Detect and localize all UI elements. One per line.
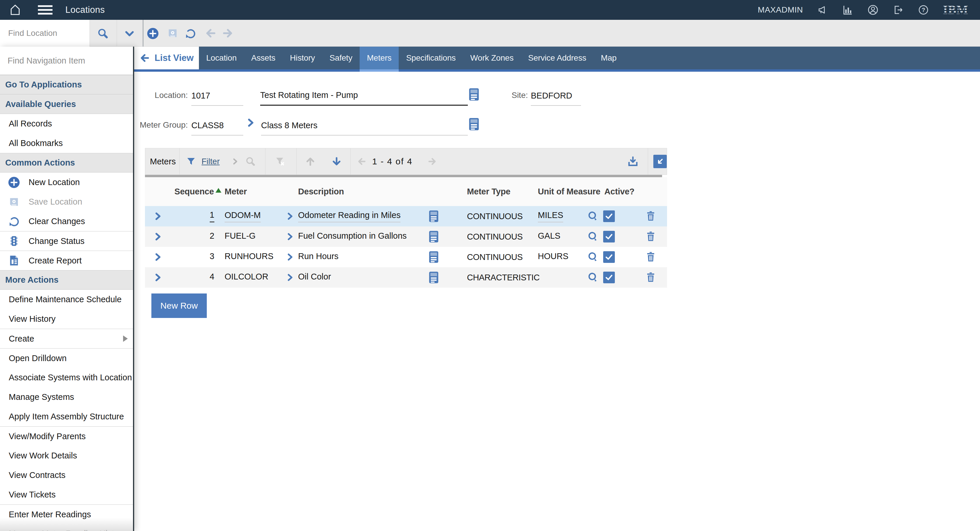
- long-description-icon[interactable]: [429, 267, 439, 288]
- active-checkbox[interactable]: [603, 267, 615, 288]
- tab-specifications[interactable]: Specifications: [399, 47, 463, 69]
- home-icon[interactable]: [9, 3, 22, 16]
- tab-safety[interactable]: Safety: [322, 47, 360, 69]
- unit-cell[interactable]: MILES: [538, 206, 590, 227]
- sidebar-item-new-location[interactable]: New Location: [0, 173, 133, 192]
- find-location-input[interactable]: [0, 20, 89, 47]
- sidebar-item-change-status[interactable]: Change Status: [0, 231, 133, 250]
- new-record-icon[interactable]: [147, 27, 159, 40]
- unit-cell[interactable]: HOURS: [538, 247, 590, 267]
- description-cell[interactable]: Odometer Reading in Miles: [298, 206, 426, 227]
- sequence-cell[interactable]: 1: [193, 206, 215, 227]
- chevron-down-icon[interactable]: [124, 29, 135, 39]
- search-icon[interactable]: [97, 27, 109, 40]
- long-description-icon[interactable]: [469, 117, 479, 131]
- tab-assets[interactable]: Assets: [244, 47, 283, 69]
- sidebar-item-view-contracts[interactable]: View Contracts: [0, 465, 133, 485]
- table-row[interactable]: 4 OILCOLOR Oil Color CHARACTERISTIC: [145, 267, 667, 288]
- location-field[interactable]: 1017: [191, 82, 243, 106]
- tab-service-address[interactable]: Service Address: [521, 47, 593, 69]
- description-cell[interactable]: Run Hours: [298, 247, 426, 267]
- filter-expand-icon[interactable]: [232, 148, 239, 174]
- sidebar-item-view-work-details[interactable]: View Work Details: [0, 446, 133, 465]
- active-checkbox[interactable]: [603, 247, 615, 267]
- active-checkbox[interactable]: [603, 206, 615, 227]
- sidebar-item-apply-item-assembly[interactable]: Apply Item Assembly Structure: [0, 407, 133, 426]
- chart-icon[interactable]: [842, 5, 853, 16]
- column-header-description[interactable]: Description: [298, 177, 344, 206]
- find-navigation-field[interactable]: [0, 47, 133, 75]
- tab-map[interactable]: Map: [593, 47, 624, 69]
- menu-icon[interactable]: [38, 5, 52, 14]
- select-value-icon[interactable]: [587, 206, 599, 227]
- delete-row-icon[interactable]: [646, 267, 656, 288]
- meter-detail-icon[interactable]: [286, 247, 294, 267]
- meter-cell[interactable]: RUNHOURS: [224, 247, 278, 267]
- detail-menu-icon[interactable]: [246, 117, 255, 129]
- sidebar-item-associate-systems[interactable]: Associate Systems with Location: [0, 368, 133, 387]
- sidebar-item-view-tickets[interactable]: View Tickets: [0, 485, 133, 504]
- meter-detail-icon[interactable]: [286, 227, 294, 247]
- clear-changes-icon[interactable]: [185, 27, 197, 40]
- sidebar-item-manage-systems[interactable]: Manage Systems: [0, 387, 133, 407]
- meter-cell[interactable]: ODOM-M: [224, 206, 278, 227]
- select-value-icon[interactable]: [587, 247, 599, 267]
- sidebar-item-manage-meter-reading-history[interactable]: Manage Meter Reading History: [0, 524, 133, 531]
- sidebar-item-create[interactable]: Create: [0, 329, 133, 348]
- unit-cell[interactable]: [538, 267, 590, 288]
- meter-cell[interactable]: OILCOLOR: [224, 267, 278, 288]
- tab-location[interactable]: Location: [199, 47, 244, 69]
- column-header-unit-of-measure[interactable]: Unit of Measure: [538, 177, 601, 206]
- sidebar-header-common-actions[interactable]: Common Actions: [0, 153, 133, 173]
- description-cell[interactable]: Oil Color: [298, 267, 426, 288]
- select-value-icon[interactable]: [587, 267, 599, 288]
- sidebar-item-all-records[interactable]: All Records: [0, 114, 133, 133]
- next-row-icon[interactable]: [331, 148, 342, 174]
- description-cell[interactable]: Fuel Consumption in Gallons: [298, 227, 426, 247]
- help-icon[interactable]: [918, 5, 929, 16]
- column-header-meter-type[interactable]: Meter Type: [467, 177, 511, 206]
- filter-icon[interactable]: [186, 148, 196, 174]
- sidebar-header-more-actions[interactable]: More Actions: [0, 270, 133, 290]
- sidebar-item-view-history[interactable]: View History: [0, 309, 133, 329]
- find-location-field[interactable]: [0, 20, 90, 47]
- sidebar-item-enter-meter-readings[interactable]: Enter Meter Readings: [0, 504, 133, 524]
- column-header-sequence[interactable]: Sequence: [174, 177, 221, 206]
- site-field[interactable]: BEDFORD: [531, 82, 581, 106]
- long-description-icon[interactable]: [429, 247, 439, 267]
- active-checkbox[interactable]: [603, 227, 615, 247]
- table-row[interactable]: 2 FUEL-G Fuel Consumption in Gallons CON…: [145, 227, 667, 247]
- sequence-cell[interactable]: 4: [193, 267, 215, 288]
- row-detail-icon[interactable]: [153, 247, 162, 267]
- unit-cell[interactable]: GALS: [538, 227, 590, 247]
- row-detail-icon[interactable]: [153, 227, 162, 247]
- sidebar-item-all-bookmarks[interactable]: All Bookmarks: [0, 133, 133, 153]
- table-row[interactable]: 3 RUNHOURS Run Hours CONTINUOUS HOURS: [145, 247, 667, 267]
- meter-detail-icon[interactable]: [286, 267, 294, 288]
- select-value-icon[interactable]: [587, 227, 599, 247]
- tab-work-zones[interactable]: Work Zones: [463, 47, 520, 69]
- sidebar-item-open-drilldown[interactable]: Open Drilldown: [0, 348, 133, 368]
- sequence-cell[interactable]: 2: [193, 227, 215, 247]
- sequence-cell[interactable]: 3: [193, 247, 215, 267]
- new-row-button[interactable]: New Row: [151, 293, 207, 318]
- column-header-meter[interactable]: Meter: [224, 177, 247, 206]
- meter-group-field[interactable]: CLASS8: [191, 112, 243, 136]
- long-description-icon[interactable]: [469, 88, 479, 101]
- logout-icon[interactable]: [893, 5, 904, 16]
- long-description-icon[interactable]: [429, 206, 439, 227]
- profile-icon[interactable]: [867, 4, 879, 16]
- list-view-button[interactable]: List View: [134, 47, 199, 69]
- find-navigation-input[interactable]: [0, 47, 133, 74]
- row-detail-icon[interactable]: [153, 267, 162, 288]
- sidebar-item-create-report[interactable]: Create Report: [0, 250, 133, 270]
- sidebar-header-go-to-applications[interactable]: Go To Applications: [0, 75, 133, 94]
- meter-detail-icon[interactable]: [286, 206, 294, 227]
- column-header-active[interactable]: Active?: [605, 177, 635, 206]
- delete-row-icon[interactable]: [646, 247, 656, 267]
- location-description-field[interactable]: Test Rotating Item - Pump: [260, 82, 468, 106]
- delete-row-icon[interactable]: [646, 227, 656, 247]
- tab-meters[interactable]: Meters: [360, 47, 399, 69]
- sidebar-header-available-queries[interactable]: Available Queries: [0, 94, 133, 114]
- meter-group-description-field[interactable]: Class 8 Meters: [261, 112, 468, 136]
